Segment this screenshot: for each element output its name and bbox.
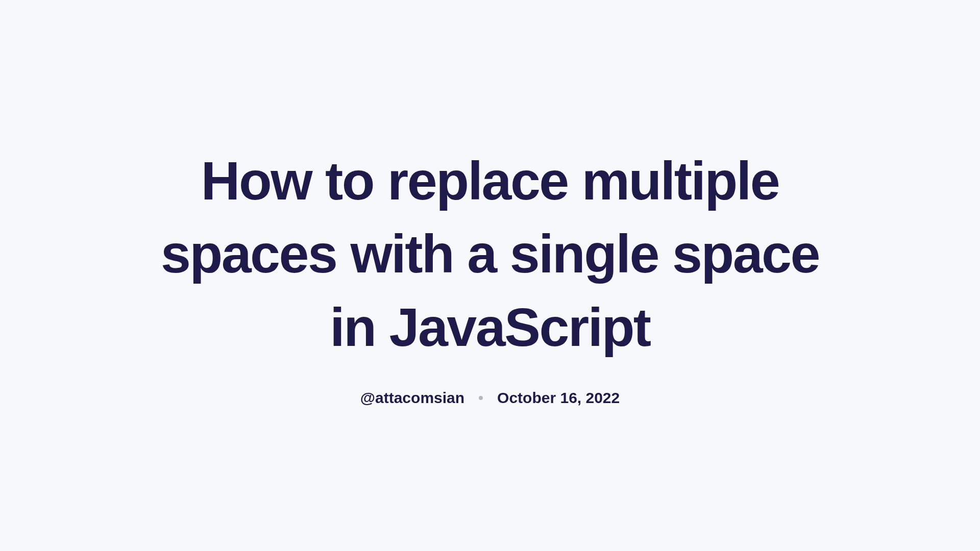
publish-date: October 16, 2022 (497, 389, 620, 407)
bullet-separator-icon (479, 396, 483, 400)
article-header: How to replace multiple spaces with a si… (133, 144, 847, 406)
article-meta: @attacomsian October 16, 2022 (153, 389, 827, 407)
article-title: How to replace multiple spaces with a si… (153, 144, 827, 363)
author-handle: @attacomsian (360, 389, 464, 407)
